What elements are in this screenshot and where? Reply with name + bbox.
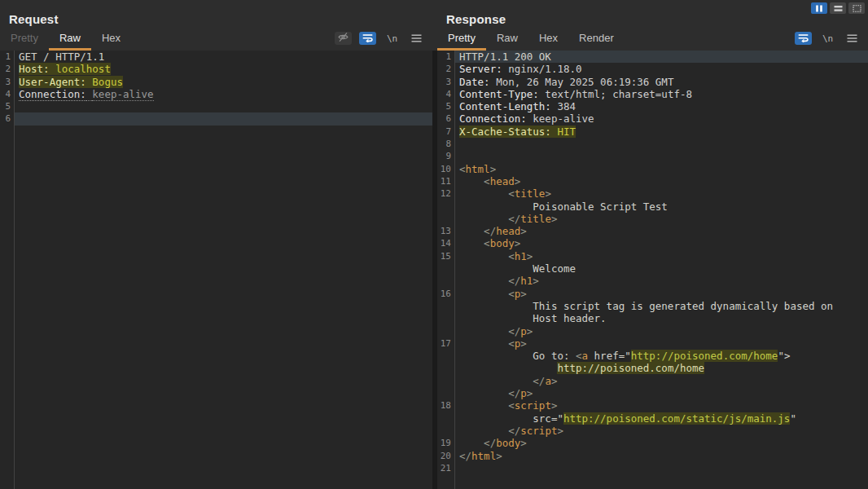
code-line[interactable]: 8	[437, 138, 868, 150]
code-line[interactable]: 20</html>	[437, 450, 868, 462]
response-editor[interactable]: 1HTTP/1.1 200 OK2Server: nginx/1.18.03Da…	[437, 51, 868, 489]
visibility-off-icon[interactable]	[335, 32, 352, 45]
line-number: 16	[437, 288, 455, 300]
code-line[interactable]: 14 <body>	[437, 237, 868, 249]
code-line-text: Server: nginx/1.18.0	[455, 63, 868, 75]
code-line-text: </a>	[455, 375, 868, 387]
layout-stacked-button[interactable]	[830, 2, 846, 14]
dotted-square-icon	[853, 1, 861, 15]
line-number	[437, 275, 455, 287]
code-line[interactable]: 19 </body>	[437, 437, 868, 449]
code-line[interactable]: src="http://poisoned.com/static/js/main.…	[437, 412, 868, 425]
newline-chars-icon[interactable]: \n	[819, 32, 836, 45]
code-line[interactable]: 10<html>	[437, 163, 868, 175]
code-line[interactable]: 6Connection: keep-alive	[437, 112, 868, 125]
request-editor[interactable]: 1GET / HTTP/1.12Host: localhost3User-Age…	[0, 51, 432, 489]
line-number: 7	[437, 126, 455, 138]
code-line-text: </body>	[455, 437, 868, 449]
code-line[interactable]: 5Content-Length: 384	[437, 100, 868, 112]
request-tab-raw[interactable]: Raw	[49, 29, 91, 51]
code-line[interactable]: </p>	[437, 387, 868, 399]
code-line[interactable]: http://poisoned.com/home	[437, 362, 868, 374]
newline-chars-icon[interactable]: \n	[384, 32, 401, 45]
code-line-text: Host header.	[455, 312, 868, 324]
word-wrap-icon-glyph	[798, 31, 809, 46]
code-line-text: </p>	[455, 325, 868, 337]
response-tab-pretty[interactable]: Pretty	[437, 29, 486, 51]
code-line[interactable]: 18 <script>	[437, 399, 868, 412]
line-number	[437, 425, 455, 437]
code-line[interactable]: 15 <h1>	[437, 250, 868, 262]
code-line[interactable]: </script>	[437, 425, 868, 437]
line-number: 1	[437, 51, 455, 63]
menu-icon[interactable]	[408, 32, 425, 45]
code-line[interactable]: 3Date: Mon, 26 May 2025 06:19:36 GMT	[437, 76, 868, 88]
code-line[interactable]: 3User-Agent: Bogus	[0, 76, 432, 88]
menu-icon[interactable]	[844, 32, 861, 45]
code-line[interactable]: 1HTTP/1.1 200 OK	[437, 51, 868, 63]
code-line[interactable]: 12 <title>	[437, 187, 868, 200]
visibility-off-icon-glyph	[337, 31, 349, 46]
menu-icon-glyph	[847, 31, 857, 46]
layout-detached-button[interactable]	[848, 2, 865, 14]
window-layout-controls	[811, 2, 865, 14]
request-tab-pretty[interactable]: Pretty	[0, 29, 49, 51]
code-line[interactable]: 7X-Cache-Status: HIT	[437, 126, 868, 138]
response-panel-header: Response PrettyRawHexRender\n	[437, 0, 868, 51]
line-number: 3	[0, 76, 15, 88]
line-number: 14	[437, 237, 455, 249]
code-line[interactable]: Host header.	[437, 312, 868, 324]
response-tab-hex[interactable]: Hex	[528, 29, 568, 51]
code-line[interactable]: Poisonable Script Test	[437, 200, 868, 213]
code-line-text: </p>	[455, 387, 868, 399]
code-line[interactable]: 1GET / HTTP/1.1	[0, 51, 432, 63]
code-line-text: HTTP/1.1 200 OK	[455, 51, 868, 63]
code-line[interactable]: 2Server: nginx/1.18.0	[437, 63, 868, 75]
code-line-text	[455, 150, 868, 162]
code-line[interactable]: </p>	[437, 325, 868, 337]
line-number	[437, 375, 455, 387]
code-line[interactable]: </a>	[437, 375, 868, 387]
line-number: 9	[437, 150, 455, 162]
code-line-text: Go to: <a href="http://poisoned.com/home…	[455, 350, 868, 362]
code-line-text: </html>	[455, 450, 868, 462]
response-tab-raw[interactable]: Raw	[486, 29, 528, 51]
code-line[interactable]: This script tag is generated dynamically…	[437, 300, 868, 312]
line-number: 10	[437, 163, 455, 175]
line-number: 2	[437, 63, 455, 75]
code-line[interactable]: 5	[0, 100, 432, 112]
line-number: 5	[0, 100, 15, 112]
stacked-bars-icon	[834, 1, 843, 15]
code-line[interactable]: 6	[0, 112, 432, 125]
word-wrap-icon[interactable]	[795, 32, 812, 45]
code-line[interactable]: 17 <p>	[437, 337, 868, 350]
pause-bars-icon	[815, 1, 823, 15]
code-line-text	[15, 112, 432, 125]
code-line[interactable]: 13 </head>	[437, 225, 868, 237]
line-number: 19	[437, 437, 455, 449]
request-tab-hex[interactable]: Hex	[91, 29, 131, 51]
message-editor-workspace: Request PrettyRawHex\n 1GET / HTTP/1.12H…	[0, 0, 868, 489]
code-line[interactable]: 21	[437, 462, 868, 474]
code-line[interactable]: 11 <head>	[437, 175, 868, 187]
word-wrap-icon-glyph	[362, 31, 373, 46]
code-line[interactable]: 4Content-Type: text/html; charset=utf-8	[437, 88, 868, 100]
code-line[interactable]: 4Connection: keep-alive	[0, 88, 432, 100]
code-line[interactable]: 9	[437, 150, 868, 162]
code-line[interactable]: 16 <p>	[437, 288, 868, 300]
response-tab-render[interactable]: Render	[568, 29, 625, 51]
line-number: 1	[0, 51, 15, 63]
word-wrap-icon[interactable]	[359, 32, 376, 45]
line-number: 18	[437, 399, 455, 412]
code-line-text: Host: localhost	[15, 63, 432, 75]
code-line[interactable]: Welcome	[437, 262, 868, 275]
code-line[interactable]: </h1>	[437, 275, 868, 287]
line-number	[437, 325, 455, 337]
code-line-text: <p>	[455, 288, 868, 300]
line-number	[437, 350, 455, 362]
code-line[interactable]: 2Host: localhost	[0, 63, 432, 75]
layout-side-by-side-button[interactable]	[811, 2, 827, 14]
code-line[interactable]: </title>	[437, 213, 868, 225]
code-line-text: Poisonable Script Test	[455, 200, 868, 213]
code-line[interactable]: Go to: <a href="http://poisoned.com/home…	[437, 350, 868, 362]
